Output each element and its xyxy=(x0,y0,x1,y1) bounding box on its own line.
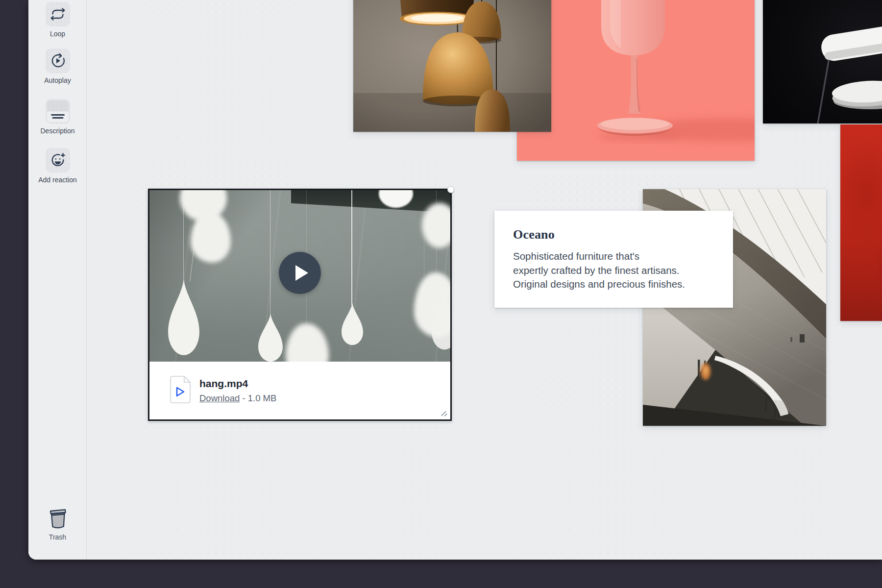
teardrop-blurred xyxy=(286,323,329,362)
selection-handle[interactable] xyxy=(447,186,454,193)
teardrop-shape xyxy=(342,303,363,346)
image-copper-pendant-lamps[interactable] xyxy=(353,0,551,132)
teardrop-shape xyxy=(432,292,450,351)
image-white-chair-on-black[interactable] xyxy=(763,0,882,123)
pendant-lamps-illustration xyxy=(353,0,551,132)
sidebar-item-label: Trash xyxy=(49,533,66,541)
description-icon xyxy=(47,100,69,111)
sidebar-item-add-reaction[interactable]: Add reaction xyxy=(28,148,87,184)
sidebar-item-label: Add reaction xyxy=(38,176,77,184)
video-file-info: hang.mp4 Download - 1.0 MB xyxy=(199,378,276,404)
loop-icon xyxy=(49,7,66,22)
hanging-string xyxy=(351,190,352,305)
hanging-string xyxy=(270,190,270,317)
video-file-size: 1.0 MB xyxy=(248,393,277,403)
text-card-oceano[interactable]: Oceano Sophisticated furniture that's ex… xyxy=(494,211,733,308)
resize-handle[interactable] xyxy=(440,409,448,417)
teardrop-shape xyxy=(258,314,283,362)
description-button[interactable] xyxy=(46,99,70,123)
video-card-hang-mp4[interactable]: hang.mp4 Download - 1.0 MB xyxy=(148,189,452,421)
canvas-surface: Loop Autoplay Description xyxy=(28,0,882,560)
play-icon xyxy=(295,265,308,281)
sidebar-item-autoplay[interactable]: Autoplay xyxy=(28,49,87,84)
sidebar-item-description[interactable]: Description xyxy=(28,99,87,135)
autoplay-button[interactable] xyxy=(46,49,70,73)
chair-illustration xyxy=(763,0,882,123)
sidebar-item-label: Autoplay xyxy=(44,76,71,84)
video-file-icon xyxy=(169,375,192,406)
sidebar-item-trash[interactable]: Trash xyxy=(28,507,87,541)
autoplay-icon xyxy=(49,52,67,70)
download-link[interactable]: Download xyxy=(199,393,240,403)
board-canvas[interactable]: Oceano Sophisticated furniture that's ex… xyxy=(87,0,882,560)
video-thumbnail[interactable] xyxy=(149,190,450,362)
sidebar-item-label: Loop xyxy=(50,30,65,38)
sidebar-item-loop[interactable]: Loop xyxy=(28,2,87,38)
image-coral-glass-goblet[interactable] xyxy=(517,0,755,161)
sidebar-item-label: Description xyxy=(40,127,74,135)
coral-goblet-illustration xyxy=(517,0,755,161)
video-footer: hang.mp4 Download - 1.0 MB xyxy=(149,362,450,419)
description-icon-lines xyxy=(47,112,69,122)
video-file-meta: Download - 1.0 MB xyxy=(199,393,276,404)
toolbar-sidebar: Loop Autoplay Description xyxy=(28,0,87,560)
add-reaction-icon xyxy=(49,151,67,169)
text-card-body: Sophisticated furniture that's expertly … xyxy=(513,249,713,292)
trash-icon xyxy=(46,507,70,531)
play-button[interactable] xyxy=(279,252,321,294)
image-red-painting[interactable] xyxy=(840,124,882,321)
teardrop-blurred xyxy=(191,212,231,263)
teardrop-blurred xyxy=(422,203,450,248)
text-card-title: Oceano xyxy=(513,227,713,242)
app-frame: Loop Autoplay Description xyxy=(0,0,882,588)
loop-button[interactable] xyxy=(46,2,70,26)
add-reaction-button[interactable] xyxy=(46,148,70,172)
video-file-name: hang.mp4 xyxy=(199,378,276,390)
teardrop-shape xyxy=(168,279,199,357)
